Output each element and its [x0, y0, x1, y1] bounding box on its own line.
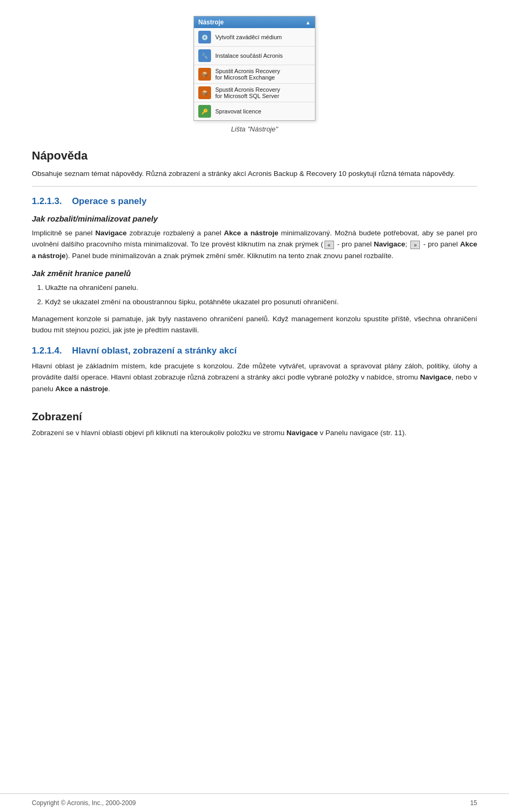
section-1214-heading: 1.2.1.4. Hlavní oblast, zobrazení a strá…: [32, 346, 477, 356]
nastroje-caption: Lišta "Nástroje": [231, 125, 278, 133]
footer-copyright: Copyright © Acronis, Inc., 2000-2009: [32, 799, 136, 807]
nastroje-item-5: 🔑 Spravovat licence: [194, 102, 315, 120]
nastroje-item-3: 📦 Spustit Acronis Recoveryfor Microsoft …: [194, 65, 315, 84]
divider-1: [32, 186, 477, 187]
hranice-list: Ukažte na ohraničení panelu. Když se uka…: [45, 282, 477, 307]
hlavni-oblast-para1: Hlavní oblast je základním místem, kde p…: [32, 360, 477, 395]
zobrazeni-para1: Zobrazení se v hlavní oblasti objeví při…: [32, 427, 477, 439]
nastroje-item-1-icon: 💿: [198, 31, 211, 43]
nastroje-menu: Nástroje ▲ 💿 Vytvořit zaváděcí médium 🔧 …: [194, 16, 315, 121]
section-1213-title: Operace s panely: [72, 196, 147, 206]
page-content: Nástroje ▲ 💿 Vytvořit zaváděcí médium 🔧 …: [0, 0, 509, 475]
nastroje-diagram: Nástroje ▲ 💿 Vytvořit zaváděcí médium 🔧 …: [32, 16, 477, 133]
napoveda-para1: Obsahuje seznam témat nápovědy. Různá zo…: [32, 168, 477, 180]
section-1214-number: 1.2.1.4.: [32, 346, 62, 356]
nastroje-title-bar: Nástroje ▲: [194, 16, 315, 28]
nastroje-item-3-icon: 📦: [198, 68, 211, 81]
page-footer: Copyright © Acronis, Inc., 2000-2009 15: [0, 793, 509, 812]
nastroje-item-2-icon: 🔧: [198, 49, 211, 62]
nastroje-item-2-label: Instalace součástí Acronis: [215, 52, 283, 59]
hranice-item-2: Když se ukazatel změní na oboustrannou š…: [45, 296, 477, 308]
hranice-item-1: Ukažte na ohraničení panelu.: [45, 282, 477, 294]
zobrazeni-heading: Zobrazení: [32, 411, 477, 423]
akce-icon: »: [410, 241, 420, 249]
nav-icon: «: [324, 241, 334, 249]
section-1213-number: 1.2.1.3.: [32, 196, 62, 206]
nastroje-title: Nástroje: [198, 19, 224, 26]
subsection-rozbalit-heading: Jak rozbalit/minimalizovat panely: [32, 214, 477, 223]
section-1213-heading: 1.2.1.3. Operace s panely: [32, 196, 477, 207]
nastroje-item-1: 💿 Vytvořit zaváděcí médium: [194, 28, 315, 47]
footer-page-number: 15: [470, 799, 477, 807]
nastroje-item-4: 📦 Spustit Acronis Recoveryfor Microsoft …: [194, 84, 315, 102]
collapse-icon: ▲: [305, 20, 311, 25]
nastroje-item-1-label: Vytvořit zaváděcí médium: [215, 34, 282, 40]
nastroje-item-4-icon: 📦: [198, 86, 211, 99]
subsection-zmenit-heading: Jak změnit hranice panelů: [32, 269, 477, 278]
napoveda-heading: Nápověda: [32, 149, 477, 163]
section-1214-title: Hlavní oblast, zobrazení a stránky akcí: [72, 346, 237, 356]
nastroje-item-2: 🔧 Instalace součástí Acronis: [194, 47, 315, 65]
nastroje-item-5-icon: 🔑: [198, 105, 211, 118]
nastroje-item-4-label: Spustit Acronis Recoveryfor Microsoft SQ…: [215, 86, 280, 99]
hranice-para-after: Management konzole si pamatuje, jak byly…: [32, 313, 477, 336]
rozbalit-para: Implicitně se panel Navigace zobrazuje r…: [32, 227, 477, 262]
nastroje-item-5-label: Spravovat licence: [215, 108, 261, 114]
nastroje-item-3-label: Spustit Acronis Recoveryfor Microsoft Ex…: [215, 68, 280, 81]
